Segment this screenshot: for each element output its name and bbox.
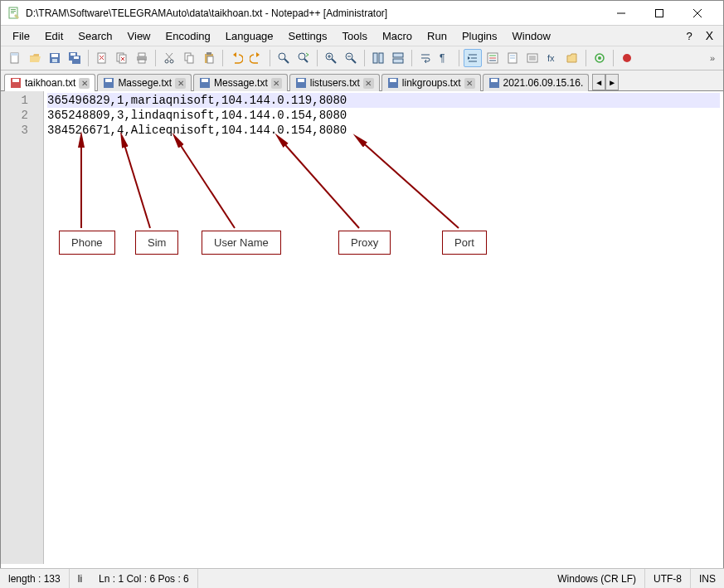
- show-all-icon[interactable]: ¶: [436, 49, 454, 67]
- svg-text:¶: ¶: [440, 52, 445, 64]
- toolbar-separator: [586, 50, 586, 66]
- maximize-button[interactable]: [640, 1, 678, 26]
- tab-close-icon[interactable]: ✕: [175, 78, 186, 89]
- tab-close-icon[interactable]: ✕: [464, 78, 475, 89]
- file-icon: [488, 77, 500, 89]
- menu-view[interactable]: View: [121, 28, 158, 44]
- minimize-button[interactable]: [602, 1, 640, 26]
- menu-search[interactable]: Search: [71, 28, 119, 44]
- tab-label: Massege.txt: [118, 77, 172, 89]
- menu-plugins[interactable]: Plugins: [455, 28, 504, 44]
- toolbar-separator: [222, 50, 223, 66]
- doc-map-icon[interactable]: [503, 49, 522, 67]
- monitor-icon[interactable]: [590, 49, 609, 67]
- line-number: 3: [1, 123, 43, 138]
- tab-close-icon[interactable]: ✕: [271, 78, 282, 89]
- status-lines: li: [70, 569, 90, 588]
- svg-line-86: [359, 139, 459, 228]
- tab-2021[interactable]: 2021.06.09.15.16.: [483, 74, 590, 91]
- tab-label: 2021.06.09.15.16.: [503, 77, 584, 89]
- udl-icon[interactable]: [483, 49, 502, 67]
- svg-rect-34: [207, 52, 211, 55]
- editor-line: 365248809,3,lindaqnisoft,104.144.0.154,8…: [47, 108, 720, 123]
- tab-scroll-right[interactable]: ►: [605, 74, 619, 90]
- svg-rect-14: [70, 53, 75, 56]
- line-number: 1: [1, 93, 43, 108]
- file-icon: [199, 77, 211, 89]
- menu-language[interactable]: Language: [219, 28, 280, 44]
- find-icon[interactable]: [275, 49, 293, 67]
- tab-message[interactable]: Message.txt ✕: [193, 74, 288, 91]
- tab-nav: ◄ ►: [592, 74, 619, 90]
- sync-v-icon[interactable]: [369, 49, 387, 67]
- tab-close-icon[interactable]: ✕: [79, 78, 90, 89]
- cut-icon[interactable]: [160, 49, 178, 67]
- menu-file[interactable]: File: [6, 28, 36, 44]
- save-icon[interactable]: [46, 49, 64, 67]
- menu-help[interactable]: ?: [679, 28, 698, 44]
- replace-icon[interactable]: [294, 49, 313, 67]
- status-position: Ln : 1 Col : 6 Pos : 6: [90, 569, 198, 588]
- tab-scroll-left[interactable]: ◄: [592, 74, 605, 90]
- toolbar-overflow-icon[interactable]: »: [707, 53, 718, 63]
- svg-line-29: [167, 53, 172, 60]
- toolbar: ¶ fx »: [1, 46, 723, 70]
- svg-rect-11: [51, 54, 58, 57]
- svg-rect-49: [393, 53, 403, 57]
- record-icon[interactable]: [618, 49, 636, 67]
- close-button[interactable]: [678, 1, 717, 26]
- save-all-icon[interactable]: [66, 49, 84, 67]
- status-bar: length : 133 li Ln : 1 Col : 6 Pos : 6 W…: [0, 568, 724, 588]
- menu-window[interactable]: Window: [506, 28, 557, 44]
- menu-macro[interactable]: Macro: [376, 28, 419, 44]
- menu-edit[interactable]: Edit: [38, 28, 70, 44]
- copy-icon[interactable]: [180, 49, 198, 67]
- doc-list-icon[interactable]: [523, 49, 542, 67]
- tab-label: linkgroups.txt: [402, 77, 461, 89]
- text-editor[interactable]: 365496829,1,mariaqnisoft,104.144.0.119,8…: [44, 91, 723, 564]
- menu-settings[interactable]: Settings: [282, 28, 334, 44]
- new-icon[interactable]: [6, 49, 24, 67]
- tab-taikhoan[interactable]: taikhoan.txt ✕: [4, 74, 95, 91]
- svg-line-85: [280, 139, 359, 228]
- annotation-phone: Phone: [59, 231, 115, 255]
- redo-icon[interactable]: [247, 49, 265, 67]
- svg-rect-77: [298, 79, 304, 82]
- close-all-icon[interactable]: [113, 49, 131, 67]
- undo-icon[interactable]: [227, 49, 245, 67]
- wordwrap-icon[interactable]: [416, 49, 435, 67]
- svg-rect-3: [11, 12, 14, 13]
- status-ins[interactable]: INS: [691, 569, 724, 588]
- tab-linkgroups[interactable]: linkgroups.txt ✕: [381, 74, 481, 91]
- svg-rect-35: [207, 56, 213, 63]
- zoom-in-icon[interactable]: [322, 49, 340, 67]
- paste-icon[interactable]: [200, 49, 218, 67]
- menu-close-doc[interactable]: X: [701, 27, 718, 44]
- svg-rect-60: [510, 55, 515, 56]
- file-icon: [387, 77, 399, 89]
- open-icon[interactable]: [26, 49, 44, 67]
- svg-rect-73: [105, 79, 112, 82]
- svg-rect-26: [138, 60, 145, 63]
- menu-run[interactable]: Run: [420, 28, 454, 44]
- menu-tools[interactable]: Tools: [336, 28, 374, 44]
- print-icon[interactable]: [133, 49, 151, 67]
- function-list-icon[interactable]: fx: [543, 49, 561, 67]
- svg-line-84: [177, 139, 235, 228]
- svg-rect-48: [379, 53, 383, 63]
- svg-rect-1: [11, 9, 16, 10]
- indent-icon[interactable]: [464, 49, 482, 67]
- tab-massege[interactable]: Massege.txt ✕: [97, 74, 192, 91]
- svg-line-30: [166, 53, 172, 60]
- tab-listusers[interactable]: listusers.txt ✕: [289, 74, 380, 91]
- tab-label: Message.txt: [214, 77, 268, 89]
- close-doc-icon[interactable]: [93, 49, 111, 67]
- toolbar-separator: [88, 50, 89, 66]
- status-encoding[interactable]: UTF-8: [645, 569, 691, 588]
- status-eol[interactable]: Windows (CR LF): [549, 569, 645, 588]
- menu-encoding[interactable]: Encoding: [159, 28, 217, 44]
- tab-close-icon[interactable]: ✕: [363, 78, 374, 89]
- zoom-out-icon[interactable]: [342, 49, 360, 67]
- folder-icon[interactable]: [563, 49, 581, 67]
- sync-h-icon[interactable]: [389, 49, 407, 67]
